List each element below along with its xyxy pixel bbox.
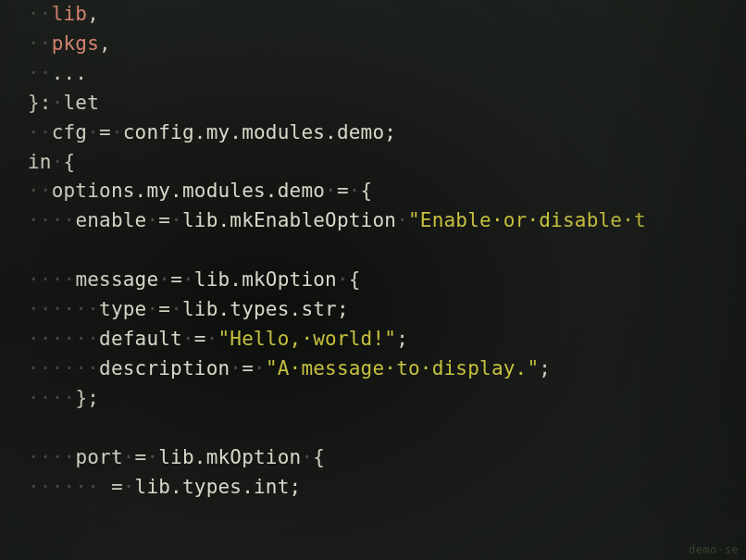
code-content: ······description·=·"A·message·to·displa… [28, 355, 746, 384]
code-content: ··lib, [28, 0, 746, 30]
code-line: }:·let [0, 89, 746, 118]
status-hint: demo·se [689, 543, 739, 556]
code-content: ····}; [28, 384, 746, 414]
code-line: ····}; [0, 384, 746, 414]
code-content: ··pkgs, [28, 30, 746, 59]
code-line: ······description·=·"A·message·to·displa… [0, 355, 746, 384]
code-line: ······ =·lib.types.int; [0, 473, 746, 503]
code-content [28, 236, 746, 266]
code-line: ····port·=·lib.mkOption·{ [0, 443, 746, 473]
code-content: ······ =·lib.types.int; [28, 473, 746, 503]
code-content: ······type·=·lib.types.str; [28, 295, 746, 325]
code-line: ····enable·=·lib.mkEnableOption·"Enable·… [0, 206, 746, 236]
code-content: ··... [28, 59, 746, 89]
code-line [0, 414, 746, 443]
code-content [28, 414, 746, 443]
code-line: ··cfg·=·config.my.modules.demo; [0, 118, 746, 148]
code-line: ······default·=·"Hello,·world!"; [0, 325, 746, 355]
code-line: ··pkgs, [0, 30, 746, 59]
code-content: ······default·=·"Hello,·world!"; [28, 325, 746, 355]
code-content: }:·let [28, 89, 746, 118]
code-content: ··options.my.modules.demo·=·{ [28, 177, 746, 206]
code-line [0, 236, 746, 266]
code-line: ····message·=·lib.mkOption·{ [0, 266, 746, 295]
code-content: ····message·=·lib.mkOption·{ [28, 266, 746, 295]
code-line: ··lib, [0, 0, 746, 30]
code-line: ······type·=·lib.types.str; [0, 295, 746, 325]
code-line: in·{ [0, 148, 746, 178]
code-line: ··... [0, 59, 746, 89]
code-content: ····port·=·lib.mkOption·{ [28, 443, 746, 473]
code-content: ··cfg·=·config.my.modules.demo; [28, 118, 746, 148]
code-editor[interactable]: ··lib, ··pkgs, ··... }:·let ··cfg·=·conf… [0, 0, 746, 560]
code-content: ····enable·=·lib.mkEnableOption·"Enable·… [28, 206, 746, 236]
code-content: in·{ [28, 148, 746, 178]
code-line: ··options.my.modules.demo·=·{ [0, 177, 746, 206]
